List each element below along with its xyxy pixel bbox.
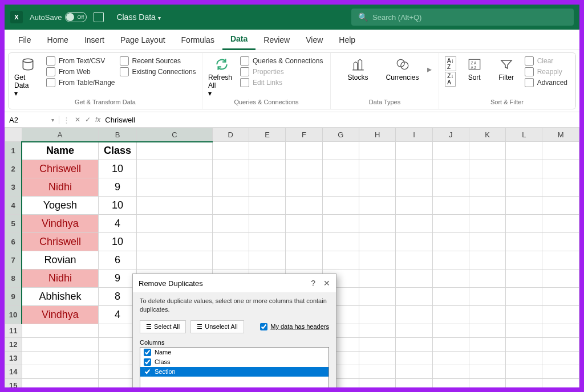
existing-connections[interactable]: Existing Connections	[120, 67, 196, 76]
cell[interactable]: Nidhi	[22, 270, 98, 288]
row-header[interactable]: 15	[5, 379, 22, 388]
cell[interactable]: Nidhi	[22, 178, 98, 197]
tab-home[interactable]: Home	[39, 30, 76, 50]
cell[interactable]: 10	[98, 160, 136, 178]
autosave-toggle[interactable]: AutoSave Off	[30, 12, 87, 22]
queries-connections[interactable]: Queries & Connections	[240, 56, 323, 66]
column-item-name[interactable]: Name	[140, 348, 328, 357]
row-header[interactable]: 6	[5, 233, 22, 251]
tab-page-layout[interactable]: Page Layout	[112, 30, 173, 50]
tab-view[interactable]: View	[298, 30, 331, 50]
row-header[interactable]: 9	[5, 288, 22, 306]
tab-formulas[interactable]: Formulas	[173, 30, 222, 50]
col-header-j[interactable]: J	[432, 128, 469, 142]
cell[interactable]: 10	[98, 233, 136, 251]
cell[interactable]: Yogesh	[22, 197, 98, 215]
help-icon[interactable]: ?	[311, 279, 315, 288]
row-header[interactable]: 3	[5, 178, 22, 197]
cell[interactable]: Chriswell	[22, 233, 98, 251]
filter-button[interactable]: Filter	[493, 56, 520, 81]
from-text-csv[interactable]: From Text/CSV	[46, 56, 115, 66]
row-header[interactable]: 4	[5, 197, 22, 215]
save-icon[interactable]	[94, 12, 104, 22]
col-header-l[interactable]: L	[506, 128, 542, 142]
row-header[interactable]: 12	[5, 338, 22, 352]
connections-icon	[120, 67, 129, 76]
row-header[interactable]: 14	[5, 365, 22, 379]
cell[interactable]	[137, 197, 212, 215]
formula-content[interactable]: Chriswell	[105, 116, 135, 124]
col-header-c[interactable]: C	[137, 128, 212, 142]
dialog-titlebar[interactable]: Remove Duplicates ? ✕	[133, 274, 336, 292]
column-item-section[interactable]: Section	[140, 367, 328, 377]
cell[interactable]	[137, 233, 212, 251]
cell[interactable]	[137, 215, 212, 233]
row-header[interactable]: 11	[5, 324, 22, 338]
col-header-b[interactable]: B	[98, 128, 136, 142]
tab-review[interactable]: Review	[256, 30, 298, 50]
cell[interactable]	[137, 251, 212, 270]
cell[interactable]	[137, 178, 212, 197]
select-all-corner[interactable]	[5, 128, 22, 142]
refresh-all-button[interactable]: Refresh All▾	[208, 56, 236, 97]
col-header-e[interactable]: E	[249, 128, 285, 142]
tab-file[interactable]: File	[10, 30, 39, 50]
row-header[interactable]: 8	[5, 270, 22, 288]
headers-checkbox[interactable]: My data has headers	[260, 323, 329, 330]
col-header-h[interactable]: H	[359, 128, 396, 142]
cell[interactable]	[137, 160, 212, 178]
unselect-all-button[interactable]: ☰Unselect All	[190, 320, 244, 333]
stocks-button[interactable]: Stocks	[338, 56, 378, 81]
cell[interactable]: 8	[98, 288, 136, 306]
cell[interactable]: Vindhya	[22, 215, 98, 233]
cell[interactable]: Class	[98, 142, 136, 160]
tab-help[interactable]: Help	[331, 30, 363, 50]
recent-sources[interactable]: Recent Sources	[120, 56, 196, 66]
name-box[interactable]: A2▾	[5, 116, 59, 124]
currencies-button[interactable]: Currencies	[383, 56, 423, 81]
document-title[interactable]: Class Data ▾	[116, 13, 160, 22]
cell[interactable]: Chriswell	[22, 160, 98, 178]
cell[interactable]: 9	[98, 178, 136, 197]
col-header-m[interactable]: M	[542, 128, 579, 142]
tab-insert[interactable]: Insert	[76, 30, 112, 50]
toggle-switch[interactable]: Off	[65, 12, 87, 22]
cell[interactable]: Abhishek	[22, 288, 98, 306]
row-header[interactable]: 5	[5, 215, 22, 233]
sort-az-buttons[interactable]: A↓Z Z↓A	[445, 56, 456, 87]
row-header[interactable]: 1	[5, 142, 22, 160]
col-header-f[interactable]: F	[286, 128, 322, 142]
row-header[interactable]: 10	[5, 306, 22, 324]
col-header-g[interactable]: G	[322, 128, 359, 142]
column-item-class[interactable]: Class	[140, 357, 328, 367]
cell[interactable]: Vindhya	[22, 306, 98, 324]
cancel-icon[interactable]: ✕	[75, 116, 80, 124]
advanced-filter[interactable]: Advanced	[525, 78, 567, 87]
from-table-range[interactable]: From Table/Range	[46, 78, 115, 87]
get-data-button[interactable]: Get Data▾	[14, 56, 42, 97]
col-header-a[interactable]: A	[22, 128, 98, 142]
from-web[interactable]: From Web	[46, 67, 115, 76]
cell[interactable]: 10	[98, 197, 136, 215]
cell[interactable]: Name	[22, 142, 98, 160]
col-header-k[interactable]: K	[469, 128, 505, 142]
row-header[interactable]: 7	[5, 251, 22, 270]
close-icon[interactable]: ✕	[323, 279, 330, 288]
cell[interactable]: Rovian	[22, 251, 98, 270]
col-header-d[interactable]: D	[212, 128, 249, 142]
row-header[interactable]: 13	[5, 352, 22, 365]
cell[interactable]: 4	[98, 306, 136, 324]
cell[interactable]: 9	[98, 270, 136, 288]
sort-button[interactable]: Z AA Z Sort	[461, 56, 488, 81]
cell[interactable]: 6	[98, 251, 136, 270]
col-header-i[interactable]: I	[396, 128, 432, 142]
checkbox-icon[interactable]	[260, 323, 267, 330]
select-all-button[interactable]: ☰Select All	[140, 320, 186, 333]
tab-data[interactable]: Data	[222, 30, 256, 50]
fx-icon[interactable]: fx	[95, 116, 100, 124]
search-box[interactable]: 🔍 Search (Alt+Q)	[351, 9, 574, 26]
row-header[interactable]: 2	[5, 160, 22, 178]
cell[interactable]: 4	[98, 215, 136, 233]
enter-icon[interactable]: ✓	[85, 116, 91, 124]
cell[interactable]	[137, 142, 212, 160]
